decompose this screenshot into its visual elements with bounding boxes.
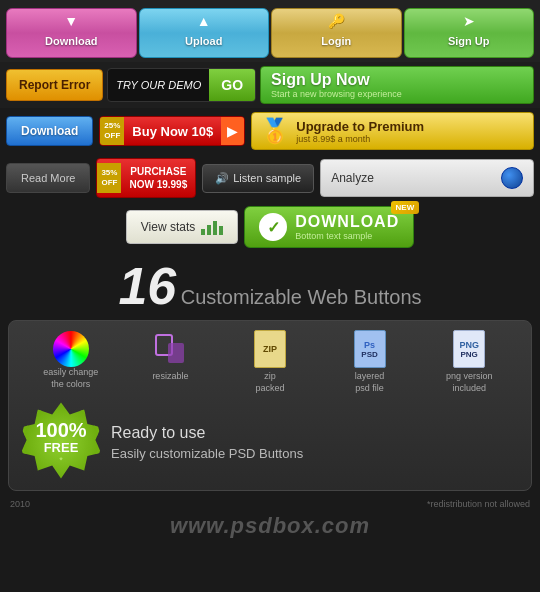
asterisk: *	[59, 455, 63, 465]
arrow-icon: ➤	[411, 13, 528, 29]
go-label: GO	[209, 69, 255, 101]
arrow-right-icon: ▶	[221, 117, 244, 145]
customizable-text: Easily customizable PSD Buttons	[111, 446, 519, 461]
buy-now-button[interactable]: 25%OFF Buy Now 10$ ▶	[99, 116, 245, 146]
resize-label: resizable	[121, 371, 221, 383]
big-download-button[interactable]: ✓ DOWNLOAD Bottom text sample NEW	[244, 206, 414, 248]
signup-now-sub-text: Start a new browsing experience	[271, 89, 523, 99]
speaker-icon: 🔊	[215, 172, 229, 185]
read-more-button[interactable]: Read More	[6, 163, 90, 193]
buy-now-text: Buy Now 10$	[124, 118, 221, 145]
listen-sample-button[interactable]: 🔊 Listen sample	[202, 164, 314, 193]
purchase-button[interactable]: 35%OFF PURCHASE NOW 19.99$	[96, 158, 196, 198]
info-bottom: 100% FREE * Ready to use Easily customiz…	[21, 402, 519, 482]
third-button-row: Download 25%OFF Buy Now 10$ ▶ 🥇 Upgrade …	[0, 108, 540, 154]
zip-icon: ZIP	[252, 331, 288, 367]
psd-icon: PsPSD	[352, 331, 388, 367]
big-download-main: DOWNLOAD	[295, 213, 399, 231]
try-demo-button[interactable]: TRY OUR DEMO GO	[107, 68, 256, 102]
signup-now-button[interactable]: Sign Up Now Start a new browsing experie…	[260, 66, 534, 104]
color-label: easily changethe colors	[21, 367, 121, 390]
view-stats-button[interactable]: View stats	[126, 210, 238, 244]
ready-to-use: Ready to use	[111, 424, 519, 442]
report-error-button[interactable]: Report Error	[6, 69, 103, 101]
signup-button[interactable]: ➤ Sign Up	[404, 8, 535, 58]
check-icon: ✓	[259, 213, 287, 241]
second-button-row: Report Error TRY OUR DEMO GO Sign Up Now…	[0, 62, 540, 108]
watermark: www.psdbox.com	[0, 511, 540, 543]
download-icon: ▼	[13, 13, 130, 29]
upload-icon: ▲	[146, 13, 263, 29]
new-badge: NEW	[391, 201, 420, 214]
view-stats-label: View stats	[141, 220, 195, 234]
premium-button[interactable]: 🥇 Upgrade to Premium just 8.99$ a month	[251, 112, 534, 150]
analyze-label: Analyze	[331, 171, 374, 185]
download-blue-button[interactable]: Download	[6, 116, 93, 146]
zip-label: zippacked	[220, 371, 320, 394]
upload-button[interactable]: ▲ Upload	[139, 8, 270, 58]
medal-icon: 🥇	[260, 117, 290, 145]
login-label: Login	[321, 35, 351, 47]
globe-icon	[501, 167, 523, 189]
info-text: Ready to use Easily customizable PSD But…	[111, 424, 519, 461]
upload-label: Upload	[185, 35, 222, 47]
top-button-row: ▼ Download ▲ Upload 🔑 Login ➤ Sign Up	[0, 0, 540, 62]
color-wheel-icon	[53, 331, 89, 367]
headline-number: 16	[118, 257, 176, 315]
premium-main-text: Upgrade to Premium	[296, 119, 424, 134]
download-label: Download	[45, 35, 98, 47]
signup-now-main-text: Sign Up Now	[271, 71, 523, 89]
chart-bars	[201, 219, 223, 235]
resize-feature: resizable	[121, 331, 221, 394]
headline-text: Customizable Web Buttons	[181, 286, 422, 308]
info-panel: easily changethe colors resizable ZIP zi…	[8, 320, 532, 491]
signup-label: Sign Up	[448, 35, 490, 47]
big-download-sub: Bottom text sample	[295, 231, 399, 241]
png-label: png versionincluded	[419, 371, 519, 394]
psd-label: layeredpsd file	[320, 371, 420, 394]
login-button[interactable]: 🔑 Login	[271, 8, 402, 58]
key-icon: 🔑	[278, 13, 395, 29]
try-demo-label: TRY OUR DEMO	[108, 71, 209, 99]
premium-sub-text: just 8.99$ a month	[296, 134, 424, 144]
free-badge: 100% FREE *	[21, 402, 101, 482]
svg-rect-1	[168, 343, 184, 363]
buy-badge: 25%OFF	[100, 117, 124, 144]
purchase-text: PURCHASE NOW 19.99$	[121, 159, 195, 197]
analyze-button[interactable]: Analyze	[320, 159, 534, 197]
resize-icon	[152, 331, 188, 367]
png-icon: PNGPNG	[451, 331, 487, 367]
fourth-button-row: Read More 35%OFF PURCHASE NOW 19.99$ 🔊 L…	[0, 154, 540, 202]
year: 2010	[10, 499, 30, 509]
color-feature: easily changethe colors	[21, 331, 121, 394]
free-word: FREE	[44, 440, 79, 455]
zip-feature: ZIP zippacked	[220, 331, 320, 394]
purchase-badge: 35%OFF	[97, 163, 121, 192]
psd-feature: PsPSD layeredpsd file	[320, 331, 420, 394]
listen-label: Listen sample	[233, 172, 301, 184]
download-button[interactable]: ▼ Download	[6, 8, 137, 58]
feature-icons: easily changethe colors resizable ZIP zi…	[21, 331, 519, 394]
headline: 16 Customizable Web Buttons	[0, 252, 540, 316]
redistribution-note: *redistribution not allowed	[427, 499, 530, 509]
png-feature: PNGPNG png versionincluded	[419, 331, 519, 394]
free-percent: 100%	[35, 420, 86, 440]
fifth-button-row: View stats ✓ DOWNLOAD Bottom text sample…	[0, 202, 540, 252]
footer: 2010 *redistribution not allowed	[0, 495, 540, 511]
